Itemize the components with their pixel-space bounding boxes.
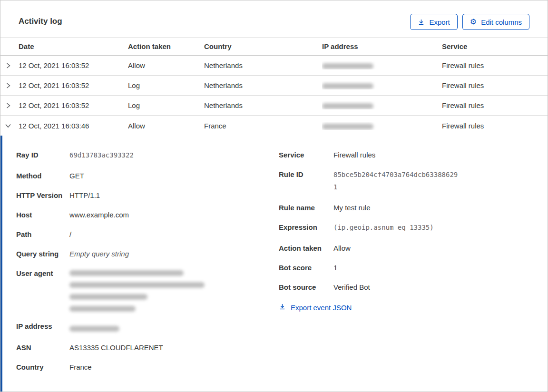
chevron-right-icon[interactable] <box>0 82 19 89</box>
row-action-taken: Log <box>128 101 204 109</box>
col-header-action-taken: Action taken <box>128 42 204 50</box>
field-ip-address: IP address <box>16 322 279 333</box>
row-date: 12 Oct, 2021 16:03:52 <box>19 101 128 109</box>
table-row[interactable]: 12 Oct, 2021 16:03:52 Log Netherlands Fi… <box>0 96 548 116</box>
row-action-taken: Allow <box>128 122 204 130</box>
row-country: France <box>204 122 322 130</box>
table-row-expanded[interactable]: 12 Oct, 2021 16:03:46 Allow France Firew… <box>0 116 548 136</box>
table-row[interactable]: 12 Oct, 2021 16:03:52 Log Netherlands Fi… <box>0 76 548 96</box>
row-country: Netherlands <box>204 81 322 89</box>
field-ray-id: Ray ID 69d13783ac393322 <box>16 150 279 161</box>
field-path: Path / <box>16 230 279 239</box>
col-header-country: Country <box>204 42 322 50</box>
event-detail-left-column: Ray ID 69d13783ac393322 Method GET HTTP … <box>16 150 279 382</box>
topbar: Activity log Export ⚙ Edit columns <box>0 0 548 30</box>
field-expression: Expression (ip.geoip.asnum eq 13335) <box>279 223 548 234</box>
export-event-json-link[interactable]: Export event JSON <box>279 303 352 312</box>
row-service: Firewall rules <box>442 122 548 130</box>
row-date: 12 Oct, 2021 16:03:52 <box>19 81 128 89</box>
field-http-version: HTTP Version HTTP/1.1 <box>16 191 279 200</box>
field-query-string: Query string Empty query string <box>16 249 279 259</box>
table-header-row: Date Action taken Country IP address Ser… <box>0 37 548 56</box>
row-service: Firewall rules <box>442 81 548 89</box>
gear-icon: ⚙ <box>470 18 477 26</box>
row-ip-address-redacted <box>322 101 442 109</box>
download-icon <box>279 303 286 312</box>
activity-table: Date Action taken Country IP address Ser… <box>0 37 548 136</box>
ip-address-redacted-text <box>69 322 119 333</box>
row-ip-address-redacted <box>322 61 442 69</box>
chevron-right-icon[interactable] <box>0 62 19 69</box>
row-action-taken: Log <box>128 81 204 89</box>
page-title: Activity log <box>19 14 62 26</box>
field-user-agent: User agent <box>16 269 279 312</box>
row-ip-address-redacted <box>322 81 442 89</box>
toolbar-actions: Export ⚙ Edit columns <box>410 14 529 30</box>
export-event-json-label: Export event JSON <box>291 304 352 312</box>
row-service: Firewall rules <box>442 61 548 69</box>
edit-columns-button-label: Edit columns <box>481 18 522 26</box>
row-ip-address-redacted <box>322 122 442 130</box>
user-agent-redacted-text <box>69 269 205 312</box>
table-row[interactable]: 12 Oct, 2021 16:03:52 Allow Netherlands … <box>0 56 548 76</box>
field-bot-source: Bot source Verified Bot <box>279 283 548 292</box>
event-detail-panel: Ray ID 69d13783ac393322 Method GET HTTP … <box>0 136 548 392</box>
row-service: Firewall rules <box>442 101 548 109</box>
field-service: Service Firewall rules <box>279 150 548 160</box>
field-action-taken: Action taken Allow <box>279 244 548 253</box>
field-rule-id: Rule ID 85bce5b204cf4703a764dcb633886291 <box>279 170 548 193</box>
field-country: Country France <box>16 363 279 372</box>
field-rule-name: Rule name My test rule <box>279 203 548 213</box>
chevron-right-icon[interactable] <box>0 102 19 109</box>
activity-log-panel: Activity log Export ⚙ Edit columns Date … <box>0 0 548 392</box>
export-button[interactable]: Export <box>410 14 457 30</box>
field-bot-score: Bot score 1 <box>279 263 548 273</box>
row-date: 12 Oct, 2021 16:03:52 <box>19 61 128 69</box>
field-host: Host www.example.com <box>16 210 279 220</box>
download-icon <box>418 19 425 26</box>
field-asn: ASN AS13335 CLOUDFLARENET <box>16 343 279 353</box>
col-header-ip-address: IP address <box>322 42 442 50</box>
event-detail-right-column: Service Firewall rules Rule ID 85bce5b20… <box>279 150 548 312</box>
edit-columns-button[interactable]: ⚙ Edit columns <box>462 14 529 30</box>
col-header-service: Service <box>442 42 548 50</box>
row-action-taken: Allow <box>128 61 204 69</box>
row-date: 12 Oct, 2021 16:03:46 <box>19 122 128 130</box>
row-country: Netherlands <box>204 61 322 69</box>
row-country: Netherlands <box>204 101 322 109</box>
chevron-down-icon[interactable] <box>0 122 19 129</box>
field-method: Method GET <box>16 171 279 181</box>
col-header-date: Date <box>19 42 128 50</box>
export-button-label: Export <box>429 18 450 26</box>
